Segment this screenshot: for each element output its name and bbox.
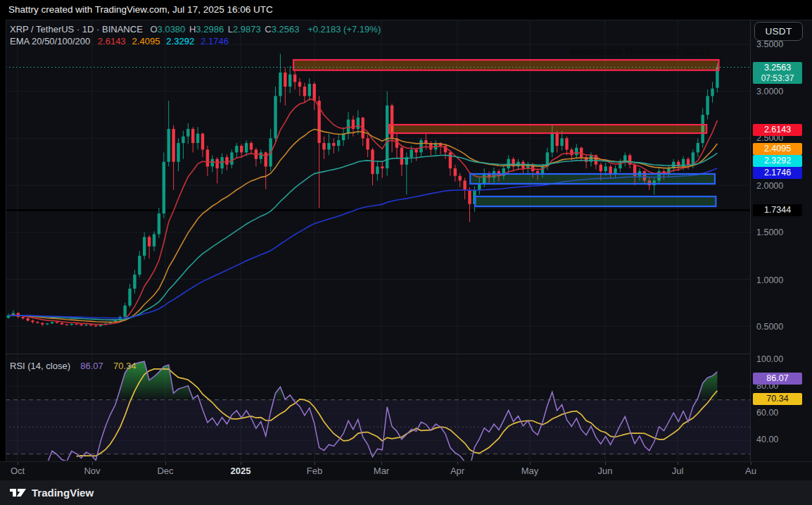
price-badge-ema20: 2.6143 <box>753 124 802 136</box>
ohlc-number: 2.9873 <box>233 24 261 35</box>
time-axis-label[interactable]: Mar <box>374 466 389 476</box>
footer-bar: TradingView <box>0 480 812 505</box>
time-axis-tick <box>18 462 18 465</box>
price-scale-label: 3.5000 <box>756 39 783 49</box>
ohlc-values: O3.0380 H3.2986 L2.9873 C3.2563 <box>150 24 303 35</box>
tradingview-brand-text[interactable]: TradingView <box>32 487 94 499</box>
price-scale-divider <box>750 20 751 480</box>
ohlc-label: O <box>150 24 157 35</box>
time-axis-label[interactable]: Dec <box>157 466 173 476</box>
ohlc-number: 3.2986 <box>196 24 224 35</box>
time-axis-label[interactable]: Au <box>745 466 756 476</box>
rsi-scale-label: 40.00 <box>756 435 778 444</box>
time-axis-label[interactable]: Jun <box>598 466 613 476</box>
ema-value: 2.1746 <box>201 36 229 46</box>
time-axis-label[interactable]: Feb <box>307 466 322 476</box>
tradingview-logo-icon[interactable] <box>10 487 27 499</box>
ema-values: 2.61432.40952.32922.1746 <box>98 36 235 46</box>
countdown-timer: 07:53:37 <box>753 74 802 83</box>
ohlc-label: H <box>189 24 196 35</box>
price-badge-value: 3.2563 <box>753 62 802 74</box>
symbol-legend-row[interactable]: XRP / TetherUS · 1D · BINANCE O3.0380 H3… <box>10 24 381 35</box>
symbol-title[interactable]: XRP / TetherUS · 1D · BINANCE <box>10 24 143 35</box>
title-bar: Shattry created with TradingView.com, Ju… <box>0 0 812 20</box>
rsi-badge-rsi-ma-value: 70.34 <box>753 393 802 405</box>
time-axis-tick <box>315 462 315 465</box>
ema-indicator-title[interactable]: EMA 20/50/100/200 <box>10 36 90 46</box>
price-scale-label: 1.0000 <box>756 275 783 285</box>
ohlc-label: L <box>228 24 233 35</box>
price-scale-label: 0.5000 <box>756 322 783 332</box>
ema-value: 2.6143 <box>98 36 126 46</box>
ohlc-number: 3.2563 <box>272 24 300 35</box>
rsi-legend-row[interactable]: RSI (14, close) 86.07 70.34 <box>10 361 137 371</box>
price-and-rsi-canvas[interactable] <box>0 20 750 480</box>
time-axis-label[interactable]: May <box>521 466 539 476</box>
price-badge-ema200: 2.1746 <box>753 167 802 179</box>
price-badge-value: 2.6143 <box>753 124 802 136</box>
tradingview-chart-window: Shattry created with TradingView.com, Ju… <box>0 0 812 505</box>
time-axis-tick <box>678 462 678 465</box>
rsi-badge-rsi-value: 86.07 <box>753 373 802 385</box>
price-badge-value: 2.4095 <box>753 143 802 155</box>
price-scale-label: 1.5000 <box>756 227 783 237</box>
time-axis-label[interactable]: Nov <box>84 466 100 476</box>
price-badge-value: 1.7344 <box>753 204 802 216</box>
price-badge-ema100: 2.3292 <box>753 155 802 167</box>
price-badge-level-line: 1.7344 <box>753 204 802 216</box>
price-scale-label: 2.0000 <box>756 181 783 191</box>
ema-legend-row[interactable]: EMA 20/50/100/200 2.61432.40952.32922.17… <box>10 36 235 46</box>
price-badge-ema50: 2.4095 <box>753 143 802 155</box>
rsi-scale-label: 60.00 <box>756 408 778 418</box>
title-text: Shattry created with TradingView.com, Ju… <box>8 4 273 15</box>
time-axis-tick <box>530 462 531 465</box>
time-axis-tick <box>165 462 166 465</box>
price-badge-last-price: 3.256307:53:37 <box>753 62 802 84</box>
time-axis-label[interactable]: Jul <box>672 466 684 476</box>
time-axis-label[interactable]: Oct <box>11 466 25 476</box>
time-axis-label[interactable]: Apr <box>450 466 464 476</box>
price-scale-label: 3.0000 <box>756 87 783 96</box>
time-axis-tick <box>92 462 93 465</box>
ohlc-label: C <box>265 24 271 35</box>
price-badge-value: 2.3292 <box>753 155 802 167</box>
ema-value: 2.4095 <box>132 36 160 46</box>
rsi-indicator-title[interactable]: RSI (14, close) <box>10 361 70 371</box>
time-axis-tick <box>751 462 751 465</box>
rsi-badge-value: 86.07 <box>753 373 802 385</box>
change-value: +0.2183 (+7.19%) <box>307 24 381 35</box>
ema-value: 2.3292 <box>166 36 194 46</box>
left-pane-border <box>0 20 6 461</box>
time-axis[interactable] <box>0 461 812 481</box>
time-axis-tick <box>381 462 382 465</box>
time-axis-tick <box>457 462 458 465</box>
time-axis-tick <box>605 462 606 465</box>
time-axis-tick <box>241 462 241 465</box>
time-axis-label[interactable]: 2025 <box>231 466 251 476</box>
rsi-badge-value: 70.34 <box>753 393 802 405</box>
currency-unit-button[interactable]: USDT <box>754 22 803 41</box>
rsi-scale-label: 100.00 <box>756 354 783 364</box>
price-badge-value: 2.1746 <box>753 167 802 179</box>
rsi-ma-value: 70.34 <box>113 361 137 371</box>
ohlc-number: 3.0380 <box>158 24 186 35</box>
resistance-annotation[interactable]: Immediate Resistance $3.22 <box>570 45 710 57</box>
rsi-value: 86.07 <box>80 361 103 371</box>
